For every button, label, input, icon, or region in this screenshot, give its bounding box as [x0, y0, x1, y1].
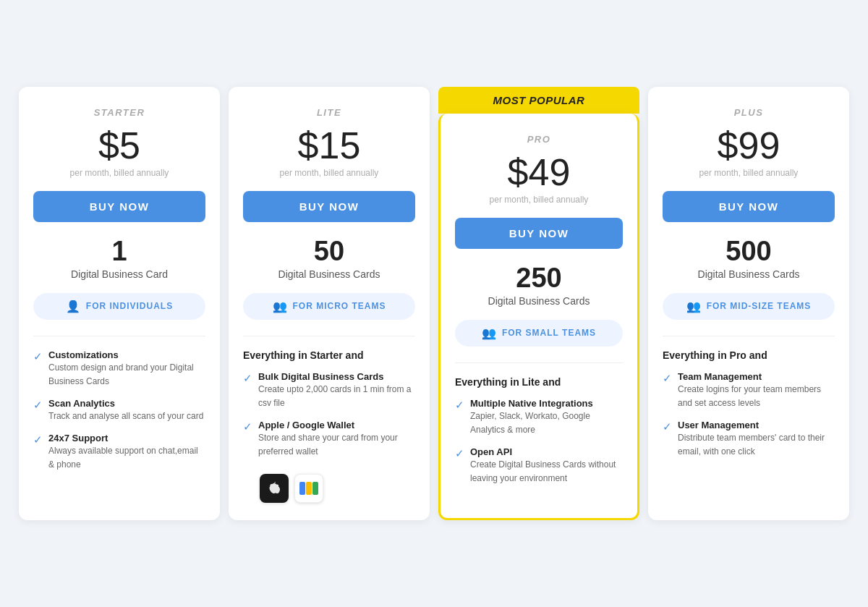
card-label: Digital Business Cards: [455, 295, 623, 307]
feature-title: User Management: [678, 420, 835, 430]
wallet-icons: [260, 474, 415, 503]
check-icon: ✓: [33, 433, 43, 446]
plan-card-plus: PLUS$99per month, billed annuallyBUY NOW…: [648, 87, 849, 520]
divider: [33, 336, 205, 336]
feature-title: Open API: [470, 446, 623, 457]
feature-title: Bulk Digital Business Cards: [258, 371, 415, 382]
plan-price: $15: [243, 125, 415, 166]
buy-now-button-plus[interactable]: BUY NOW: [663, 191, 835, 222]
plan-name: PLUS: [663, 107, 835, 118]
card-count: 500: [663, 237, 835, 267]
divider: [243, 336, 415, 336]
feature-text: 24x7 SupportAlways available support on …: [48, 433, 205, 471]
feature-text: Open APICreate Digital Business Cards wi…: [470, 446, 623, 485]
apple-wallet-icon: [260, 474, 289, 503]
feature-item: ✓Team ManagementCreate logins for your t…: [663, 371, 835, 409]
plan-name: STARTER: [33, 107, 205, 118]
feature-title: Scan Analytics: [48, 398, 203, 409]
card-label: Digital Business Cards: [663, 268, 835, 280]
check-icon: ✓: [33, 350, 43, 363]
pricing-container: STARTER$5per month, billed annuallyBUY N…: [14, 87, 854, 520]
audience-badge: 👥FOR SMALL TEAMS: [455, 320, 623, 347]
feature-desc: Create upto 2,000 cards in 1 min from a …: [258, 384, 411, 408]
check-icon: ✓: [243, 420, 252, 433]
feature-desc: Create Digital Business Cards without le…: [470, 459, 616, 483]
audience-icon: 👤: [66, 300, 81, 313]
audience-icon: 👥: [482, 326, 497, 340]
audience-icon: 👥: [273, 300, 288, 313]
audience-icon: 👥: [686, 300, 702, 313]
feature-title: Apple / Google Wallet: [258, 420, 415, 430]
feature-title: Team Management: [678, 371, 835, 382]
plan-card-starter: STARTER$5per month, billed annuallyBUY N…: [19, 87, 220, 520]
feature-text: Bulk Digital Business CardsCreate upto 2…: [258, 371, 415, 409]
features-header: Everything in Lite and: [455, 376, 623, 388]
divider: [663, 336, 835, 336]
check-icon: ✓: [663, 420, 672, 433]
plan-name: PRO: [455, 134, 623, 145]
audience-badge: 👤FOR INDIVIDUALS: [33, 293, 205, 320]
svg-rect-3: [312, 482, 318, 495]
buy-now-button-starter[interactable]: BUY NOW: [33, 191, 205, 222]
audience-label: FOR SMALL TEAMS: [502, 328, 596, 338]
audience-badge: 👥FOR MID-SIZE TEAMS: [663, 293, 835, 320]
card-count: 50: [243, 237, 415, 267]
feature-text: User ManagementDistribute team members' …: [678, 420, 835, 458]
feature-title: 24x7 Support: [48, 433, 205, 443]
feature-desc: Zapier, Slack, Workato, Google Analytics…: [470, 411, 590, 435]
plan-card-lite: LITE$15per month, billed annuallyBUY NOW…: [229, 87, 430, 520]
feature-desc: Always available support on chat,email &…: [48, 446, 198, 470]
check-icon: ✓: [33, 399, 43, 412]
feature-item: ✓Scan AnalyticsTrack and analyse all sca…: [33, 398, 205, 423]
card-count: 1: [33, 237, 205, 267]
check-icon: ✓: [663, 372, 672, 385]
plan-billing: per month, billed annually: [455, 195, 623, 205]
svg-rect-2: [306, 482, 312, 495]
audience-badge: 👥FOR MICRO TEAMS: [243, 293, 415, 320]
feature-desc: Create logins for your team members and …: [678, 384, 821, 408]
plan-price: $99: [663, 125, 835, 166]
card-label: Digital Business Cards: [243, 268, 415, 280]
feature-title: Multiple Native Integrations: [470, 398, 623, 409]
check-icon: ✓: [455, 447, 464, 460]
feature-desc: Track and analyse all scans of your card: [48, 411, 203, 421]
audience-label: FOR MICRO TEAMS: [293, 301, 386, 311]
feature-text: CustomizationsCustom design and brand yo…: [48, 349, 205, 388]
card-count: 250: [455, 263, 623, 294]
plan-name: LITE: [243, 107, 415, 118]
feature-text: Multiple Native IntegrationsZapier, Slac…: [470, 398, 623, 436]
plan-price: $5: [33, 125, 205, 166]
feature-text: Apple / Google WalletStore and share you…: [258, 420, 415, 458]
feature-text: Team ManagementCreate logins for your te…: [678, 371, 835, 409]
audience-label: FOR MID-SIZE TEAMS: [707, 301, 812, 311]
svg-rect-1: [299, 482, 305, 495]
feature-item: ✓Apple / Google WalletStore and share yo…: [243, 420, 415, 458]
feature-item: ✓Open APICreate Digital Business Cards w…: [455, 446, 623, 485]
check-icon: ✓: [243, 372, 252, 385]
buy-now-button-pro[interactable]: BUY NOW: [455, 218, 623, 249]
plan-price: $49: [455, 152, 623, 193]
google-wallet-icon: [294, 474, 323, 503]
plan-card-pro: PRO$49per month, billed annuallyBUY NOW2…: [438, 114, 639, 520]
feature-desc: Distribute team members' card to their e…: [678, 433, 825, 457]
buy-now-button-lite[interactable]: BUY NOW: [243, 191, 415, 222]
features-header: Everything in Starter and: [243, 349, 415, 361]
popular-banner: MOST POPULAR: [438, 87, 639, 114]
feature-item: ✓24x7 SupportAlways available support on…: [33, 433, 205, 471]
feature-desc: Store and share your card from your pref…: [258, 433, 398, 457]
features-header: Everything in Pro and: [663, 349, 835, 361]
feature-item: ✓CustomizationsCustom design and brand y…: [33, 349, 205, 388]
audience-label: FOR INDIVIDUALS: [86, 301, 173, 311]
feature-desc: Custom design and brand your Digital Bus…: [48, 362, 194, 386]
check-icon: ✓: [455, 399, 464, 412]
feature-title: Customizations: [48, 349, 205, 360]
feature-text: Scan AnalyticsTrack and analyse all scan…: [48, 398, 203, 423]
plan-billing: per month, billed annually: [663, 168, 835, 178]
feature-item: ✓User ManagementDistribute team members'…: [663, 420, 835, 458]
plan-billing: per month, billed annually: [243, 168, 415, 178]
divider: [455, 362, 623, 363]
plan-billing: per month, billed annually: [33, 168, 205, 178]
feature-item: ✓Bulk Digital Business CardsCreate upto …: [243, 371, 415, 409]
feature-item: ✓Multiple Native IntegrationsZapier, Sla…: [455, 398, 623, 436]
card-label: Digital Business Card: [33, 268, 205, 280]
